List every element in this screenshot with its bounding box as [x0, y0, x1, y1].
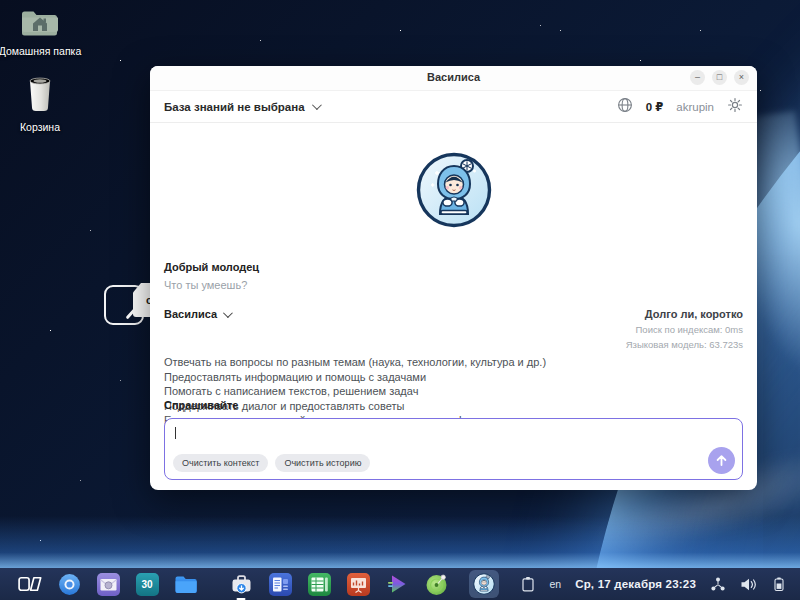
trash-icon [23, 74, 57, 114]
keyboard-layout[interactable]: en [549, 578, 561, 590]
calendar-day: 30 [141, 579, 152, 590]
volume-icon[interactable] [740, 577, 757, 592]
calendar-icon[interactable]: 30 [135, 572, 159, 596]
vasilisa-app-icon[interactable] [469, 570, 499, 598]
text-editor-icon[interactable] [268, 572, 292, 596]
desktop-icon-label: Корзина [0, 121, 83, 133]
stars [0, 0, 1, 1]
balance-amount[interactable]: 0 ₽ [646, 100, 664, 114]
knowledge-base-label: База знаний не выбрана [164, 101, 305, 113]
window-title: Василиса [150, 71, 757, 83]
clipboard-icon[interactable] [521, 576, 535, 592]
answer-meta: Долго ли, коротко Поиск по индексам: 0ms… [626, 308, 743, 350]
bot-line: Предоставлять информацию и помощь с зада… [164, 370, 594, 385]
user-message-author: Добрый молодец [164, 261, 743, 273]
software-center-icon[interactable] [229, 572, 253, 596]
arrow-up-icon [714, 453, 729, 468]
minimize-button[interactable]: – [690, 70, 705, 85]
meta-model-time: Языковая модель: 63.723s [626, 339, 743, 350]
network-icon[interactable] [710, 576, 726, 592]
chevron-down-icon [312, 100, 322, 110]
desktop-icon-home-folder[interactable]: Домашняя папка [0, 8, 83, 57]
bot-message-author[interactable]: Василиса [164, 308, 230, 320]
home-folder-icon [20, 8, 60, 38]
user-message-text: Что ты умеешь? [164, 279, 743, 291]
system-tray: en Ср, 17 декабря 23:23 [521, 576, 788, 592]
chromium-browser-icon[interactable] [57, 572, 81, 596]
mail-client-icon[interactable] [96, 572, 120, 596]
titlebar[interactable]: Василиса – □ × [150, 66, 757, 91]
question-input-box: Очистить контекст Очистить историю [164, 418, 743, 480]
clear-context-button[interactable]: Очистить контекст [173, 454, 268, 472]
vasilisa-window: Василиса – □ × База знаний не выбрана 0 … [150, 66, 757, 490]
file-manager-icon[interactable] [174, 572, 198, 596]
clear-history-button[interactable]: Очистить историю [275, 454, 370, 472]
globe-icon[interactable] [617, 97, 633, 117]
presentation-editor-icon[interactable] [346, 572, 370, 596]
desktop-icon-label: Домашняя папка [0, 45, 83, 57]
atmosphere-glow [0, 516, 800, 568]
username[interactable]: akrupin [676, 101, 714, 113]
clock-datetime[interactable]: Ср, 17 декабря 23:23 [575, 578, 696, 590]
meta-search-time: Поиск по индексам: 0ms [626, 324, 743, 335]
music-player-icon[interactable] [424, 572, 448, 596]
desktop-icon-trash[interactable]: Корзина [0, 74, 83, 133]
input-label: Спрашивайте [164, 399, 743, 411]
chevron-down-icon [223, 308, 233, 318]
taskbar: 30 [0, 568, 800, 600]
send-button[interactable] [708, 447, 735, 474]
media-player-icon[interactable] [385, 572, 409, 596]
maximize-button[interactable]: □ [712, 70, 727, 85]
bot-line: Помогать с написанием текстов, решением … [164, 384, 594, 399]
spreadsheet-editor-icon[interactable] [307, 572, 331, 596]
bot-line: Отвечать на вопросы по разным темам (нау… [164, 355, 594, 370]
battery-icon[interactable] [771, 577, 788, 592]
window-header: База знаний не выбрана 0 ₽ akrupin [150, 91, 757, 123]
input-area: Спрашивайте Очистить контекст Очистить и… [164, 399, 743, 480]
gear-icon[interactable] [727, 97, 743, 117]
close-button[interactable]: × [734, 70, 749, 85]
answer-title: Долго ли, коротко [626, 308, 743, 320]
start-menu-icon[interactable] [18, 572, 42, 596]
vasilisa-avatar [416, 152, 492, 228]
knowledge-base-selector[interactable]: База знаний не выбрана [164, 101, 319, 113]
